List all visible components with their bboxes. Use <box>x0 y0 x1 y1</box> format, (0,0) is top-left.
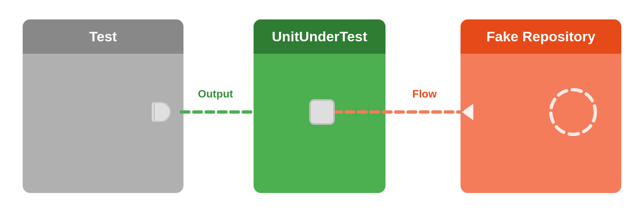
test-box: Test <box>23 19 183 193</box>
output-label: Output <box>198 88 233 100</box>
fake-box-header: Fake Repository <box>461 19 621 54</box>
fake-box: Fake Repository <box>461 19 621 193</box>
unit-box-header: UnitUnderTest <box>254 19 385 54</box>
diagram: Test UnitUnderTest Fake Repository <box>0 0 644 212</box>
flow-label: Flow <box>412 88 437 100</box>
unit-box: UnitUnderTest <box>254 19 385 193</box>
test-box-header: Test <box>23 19 183 54</box>
